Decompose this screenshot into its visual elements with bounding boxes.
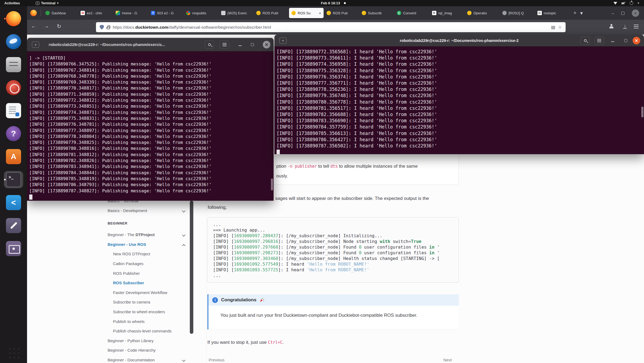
lock-icon — [107, 27, 110, 29]
search-button[interactable] — [205, 41, 214, 49]
dock-item-help[interactable]: ? — [4, 125, 23, 142]
app-menu[interactable]: Terminal ▾ — [36, 1, 59, 5]
menu-button[interactable] — [220, 41, 229, 49]
browser-tab[interactable]: rostopic — [535, 8, 570, 18]
tab-list-caret-button[interactable]: ▾ — [580, 10, 583, 16]
note-segment: to allow multiple instances of the same — [338, 164, 418, 169]
forward-button[interactable]: → — [44, 23, 49, 29]
menu-hamburger-icon[interactable] — [634, 26, 639, 27]
sidebar-label: ROS Publisher — [113, 271, 140, 276]
dock-item-editor[interactable] — [4, 217, 23, 234]
terminal-title-bar[interactable]: + roboticslab229r@csc229-r: ~/Documents/… — [27, 38, 274, 51]
terminal-right-body[interactable]: [INFO] [1738890772.356568]: I heard 'Hel… — [274, 47, 644, 154]
back-button[interactable]: ← — [31, 23, 36, 29]
sidebar-label: Beginner - Python Library — [108, 338, 154, 343]
sidebar-item[interactable]: Catkin Packages — [113, 261, 193, 267]
browser-tab[interactable]: Operatio — [465, 8, 499, 18]
sidebar-item[interactable]: Subscribe to camera — [113, 300, 193, 306]
account-icon[interactable] — [609, 24, 614, 29]
browser-tab[interactable]: rospublis — [184, 8, 218, 18]
browser-tab[interactable]: Dashboa — [43, 8, 78, 18]
terminal-title-bar[interactable]: + roboticslab229r@csc229-r: ~/Documents/… — [274, 35, 644, 47]
dock-item-vscode[interactable]: < — [4, 194, 23, 211]
maximize-button[interactable] — [251, 43, 254, 46]
tab-title: (W25) Exerc — [227, 11, 251, 15]
dock-item-files[interactable] — [4, 56, 23, 73]
sidebar-item[interactable]: ROS Publisher — [113, 271, 193, 277]
sidebar-item[interactable]: Publish chassis-level commands — [113, 329, 193, 335]
sidebar-item[interactable]: Beginner - The DTProject — [108, 232, 188, 238]
new-tab-button[interactable]: + — [573, 10, 576, 16]
dock-item-rhythmbox[interactable] — [4, 79, 23, 96]
sidebar-item[interactable]: Beginner - Code Hierarchy — [108, 348, 188, 354]
sidebar-item[interactable]: New ROS DTProject — [113, 252, 193, 258]
terminal-window-subscriber: + roboticslab229r@csc229-r: ~/Documents/… — [274, 35, 644, 154]
firefox-view-button[interactable] — [30, 10, 37, 16]
terminal-line: [INFO] [1738890787.356502]: I heard 'Hel… — [277, 143, 644, 149]
bookmark-star-icon[interactable]: ☆ — [558, 25, 562, 30]
terminal-scrollbar[interactable] — [641, 107, 643, 117]
activities-button[interactable]: Activities — [4, 1, 20, 5]
shield-icon[interactable] — [100, 25, 104, 30]
sidebar-item[interactable]: Subscribe to wheel encoders — [113, 309, 193, 315]
sidebar-item[interactable]: Beginner - Python Library — [108, 338, 188, 344]
minimize-button[interactable] — [611, 41, 614, 42]
dock-item-firefox[interactable] — [4, 10, 23, 27]
browser-tab[interactable]: ROS Publ — [254, 8, 288, 18]
close-button[interactable]: × — [632, 9, 639, 17]
terminal-left-body[interactable]: ] -> [STARTED][INFO] [1738890766.347525]… — [27, 51, 274, 201]
dock-item-thunderbird[interactable] — [4, 33, 23, 50]
terminal-line: [INFO] [1738890775.348831]: Publishing m… — [29, 116, 274, 121]
sidebar-item[interactable]: Beginner - Documentation — [108, 358, 188, 363]
terminal-new-tab-icon[interactable]: + — [32, 41, 39, 48]
url-bar[interactable]: https://docs.duckietown.com/daffy/devman… — [96, 22, 566, 32]
dock-item-screenshot[interactable] — [4, 240, 23, 257]
clock[interactable]: Feb 6 18:13 — [321, 0, 346, 6]
browser-tab[interactable]: ROS Su× — [289, 8, 324, 18]
maximize-button[interactable]: ▢ — [621, 11, 625, 15]
sidebar-scrollbar[interactable] — [190, 201, 193, 334]
menu-button[interactable] — [595, 37, 604, 45]
browser-tab[interactable]: ex2 - chin — [78, 8, 113, 18]
dock-item-writer[interactable] — [4, 102, 23, 119]
hamburger-icon — [223, 44, 227, 45]
search-button[interactable] — [580, 37, 590, 45]
previous-link[interactable]: Previous — [209, 358, 224, 362]
terminal-scrollbar[interactable] — [271, 179, 273, 190]
code-segment: True — [411, 239, 421, 244]
close-button[interactable] — [633, 37, 640, 44]
sidebar-item[interactable]: ROS Subscriber — [113, 280, 193, 286]
browser-tab[interactable]: Subscrib — [359, 8, 394, 18]
browser-tab[interactable]: rqt_imag — [430, 8, 464, 18]
reload-button[interactable]: ↻ — [57, 23, 61, 29]
close-button[interactable] — [263, 41, 270, 48]
terminal-line: [INFO] [1738890771.348859]: Publishing m… — [29, 91, 274, 97]
browser-tab[interactable]: [ROS2] Q — [500, 8, 535, 18]
code-segment: ... — [213, 273, 221, 278]
next-link[interactable]: Next — [443, 358, 452, 362]
browser-tab[interactable]: ROS Pub — [324, 8, 359, 18]
code-segment: in — [429, 250, 434, 255]
sidebar-item[interactable]: Faster Development Workflow — [113, 290, 193, 296]
sidebar-item[interactable]: Basics - Development — [108, 208, 188, 214]
tab-title: Operatio — [473, 11, 497, 15]
minimize-button[interactable] — [238, 45, 242, 46]
browser-tab[interactable]: (W25) Exerc — [219, 8, 253, 18]
maximize-button[interactable] — [624, 39, 627, 42]
terminal-icon — [36, 2, 39, 5]
code-line: [INFO] [1693000997.289437]: [/my_subscri… — [213, 233, 453, 239]
minimize-button[interactable]: – — [612, 11, 614, 15]
sidebar-item[interactable]: Publish to wheels — [113, 319, 193, 325]
reader-mode-icon[interactable]: ▤ — [551, 25, 555, 30]
code-segment: [INFO] [ — [213, 233, 234, 238]
browser-tab[interactable]: Home - G — [113, 8, 148, 18]
system-tray[interactable]: ▾ — [613, 0, 639, 6]
sidebar-item[interactable]: Beginner - Use ROS — [108, 242, 188, 248]
downloads-icon[interactable]: ↓ — [623, 24, 627, 29]
browser-tab[interactable]: Converti — [394, 8, 429, 18]
terminal-line: [INFO] [1738890782.356688]: I heard 'Hel… — [277, 111, 644, 118]
dock-item-terminal[interactable]: >_ — [4, 171, 23, 188]
browser-tab[interactable]: 503 e2 - G — [148, 8, 183, 18]
tab-close-icon[interactable]: × — [319, 11, 321, 15]
dock-item-software[interactable]: A — [4, 148, 23, 165]
